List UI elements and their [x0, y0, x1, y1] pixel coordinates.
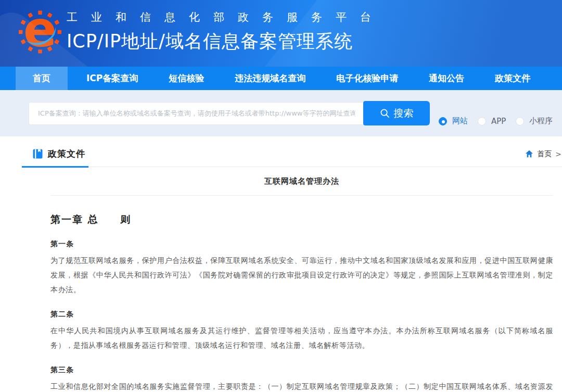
search-icon — [380, 108, 390, 118]
article-body: 为了规范互联网域名服务，保护用户合法权益，保障互联网域名系统安全、可靠运行，推动… — [50, 253, 553, 297]
radio-app-circle[interactable] — [478, 117, 486, 125]
nav-item-policy-files[interactable]: 政策文件 — [483, 67, 542, 90]
radio-app[interactable]: APP — [478, 117, 506, 126]
article-heading: 第三条 — [50, 365, 553, 375]
document-title: 互联网域名管理办法 — [50, 167, 553, 196]
miit-icp-logo-icon: e — [19, 5, 61, 62]
policy-document: 互联网域名管理办法 第一章 总 则 第一条 为了规范互联网域名服务，保护用户合法… — [50, 167, 553, 392]
main-nav: 首页 ICP备案查询 短信核验 违法违规域名查询 电子化核验申请 通知公告 政策… — [0, 67, 562, 90]
section-title: 政策文件 — [48, 148, 85, 160]
radio-mini-program[interactable]: 小程序 — [516, 116, 553, 126]
search-type-options: 网站 APP 小程序 快应用 — [439, 116, 562, 126]
system-title: ICP/IP地址/域名信息备案管理系统 — [67, 29, 385, 54]
breadcrumb-home-link[interactable]: 首页 — [537, 149, 552, 159]
breadcrumb-separator: > — [555, 150, 561, 158]
nav-item-e-verify-apply[interactable]: 电子化核验申请 — [324, 67, 410, 90]
article-1: 第一条 为了规范互联网域名服务，保护用户合法权益，保障互联网域名系统安全、可靠运… — [50, 239, 553, 297]
article-body: 工业和信息化部对全国的域名服务实施监督管理，主要职责是：（一）制定互联网域名管理… — [50, 379, 553, 392]
article-3: 第三条 工业和信息化部对全国的域名服务实施监督管理，主要职责是：（一）制定互联网… — [50, 365, 553, 392]
book-icon — [32, 148, 43, 159]
section-header: 政策文件 首页 > 政策文件 — [22, 136, 562, 167]
nav-item-icp-lookup[interactable]: ICP备案查询 — [74, 67, 150, 90]
article-heading: 第一条 — [50, 239, 553, 249]
radio-mini-program-circle[interactable] — [516, 117, 524, 125]
article-body: 在中华人民共和国境内从事互联网域名服务及其运行维护、监督管理等相关活动，应当遵守… — [50, 323, 553, 352]
svg-text:e: e — [23, 5, 57, 58]
article-2: 第二条 在中华人民共和国境内从事互联网域名服务及其运行维护、监督管理等相关活动，… — [50, 310, 553, 352]
radio-website[interactable]: 网站 — [439, 116, 468, 126]
breadcrumb: 首页 > 政策文件 — [525, 149, 562, 159]
nav-item-sms-verify[interactable]: 短信核验 — [157, 67, 216, 90]
nav-item-illegal-domain-lookup[interactable]: 违法违规域名查询 — [223, 67, 317, 90]
site-header: e 工业和信息化部政务服务平台 ICP/IP地址/域名信息备案管理系统 — [0, 0, 562, 67]
nav-item-home[interactable]: 首页 — [16, 67, 68, 90]
nav-item-notices[interactable]: 通知公告 — [417, 67, 476, 90]
radio-website-circle[interactable] — [439, 117, 447, 125]
search-section: 搜索 网站 APP 小程序 快应用 — [0, 90, 562, 136]
search-button-label: 搜索 — [394, 107, 414, 120]
icp-search-input[interactable] — [29, 102, 364, 125]
chapter-heading: 第一章 总 则 — [50, 213, 553, 226]
article-heading: 第二条 — [50, 310, 553, 319]
home-icon — [525, 150, 533, 158]
platform-title: 工业和信息化部政务服务平台 — [67, 10, 385, 24]
search-button[interactable]: 搜索 — [363, 101, 430, 125]
content-area: 政策文件 首页 > 政策文件 互联网域名管理办法 第一章 总 则 第一条 为了规… — [0, 136, 562, 392]
